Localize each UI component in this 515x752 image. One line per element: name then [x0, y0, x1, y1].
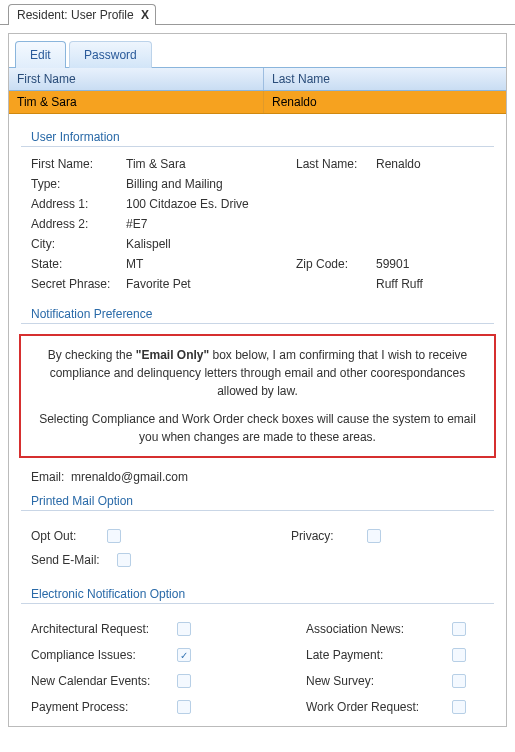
secret-question: Favorite Pet	[126, 277, 296, 291]
state-label: State:	[31, 257, 126, 271]
privacy-label: Privacy:	[291, 529, 361, 543]
section-printed-mail: Printed Mail Option	[21, 494, 494, 511]
survey-label: New Survey:	[306, 674, 446, 688]
payment-label: Payment Process:	[31, 700, 171, 714]
addr1-value: 100 Citdazoe Es. Drive	[126, 197, 296, 211]
compliance-label: Compliance Issues:	[31, 648, 171, 662]
tab-password[interactable]: Password	[69, 41, 152, 68]
section-notif-pref: Notification Preference	[21, 307, 494, 324]
work-order-checkbox[interactable]	[452, 700, 466, 714]
secret-answer: Ruff Ruff	[376, 277, 496, 291]
window-tab[interactable]: Resident: User Profile X	[8, 4, 156, 25]
state-value: MT	[126, 257, 296, 271]
work-order-label: Work Order Request:	[306, 700, 446, 714]
grid-header-first[interactable]: First Name	[9, 68, 264, 90]
assoc-news-label: Association News:	[306, 622, 446, 636]
city-label: City:	[31, 237, 126, 251]
notice-text-3: Selecting Compliance and Work Order chec…	[37, 410, 478, 446]
calendar-checkbox[interactable]	[177, 674, 191, 688]
first-name-label: First Name:	[31, 157, 126, 171]
email-value: mrenaldo@gmail.com	[71, 470, 188, 484]
addr2-label: Address 2:	[31, 217, 126, 231]
type-label: Type:	[31, 177, 126, 191]
secret-label: Secret Phrase:	[31, 277, 126, 291]
opt-out-checkbox[interactable]	[107, 529, 121, 543]
city-value: Kalispell	[126, 237, 296, 251]
first-name-value: Tim & Sara	[126, 157, 296, 171]
privacy-checkbox[interactable]	[367, 529, 381, 543]
survey-checkbox[interactable]	[452, 674, 466, 688]
compliance-checkbox[interactable]: ✓	[177, 648, 191, 662]
grid-cell-last: Renaldo	[264, 91, 506, 113]
section-user-info: User Information	[21, 130, 494, 147]
assoc-news-checkbox[interactable]	[452, 622, 466, 636]
grid-cell-first: Tim & Sara	[9, 91, 264, 113]
section-electronic: Electronic Notification Option	[21, 587, 494, 604]
close-icon[interactable]: X	[141, 8, 149, 22]
tab-edit[interactable]: Edit	[15, 41, 66, 68]
late-pay-checkbox[interactable]	[452, 648, 466, 662]
arch-req-label: Architectural Request:	[31, 622, 171, 636]
send-email-checkbox[interactable]	[117, 553, 131, 567]
addr1-label: Address 1:	[31, 197, 126, 211]
notice-box: By checking the "Email Only" box below, …	[19, 334, 496, 458]
calendar-label: New Calendar Events:	[31, 674, 171, 688]
window-tab-title: Resident: User Profile	[17, 8, 134, 22]
notice-text-1: By checking the	[48, 348, 136, 362]
grid-header: First Name Last Name	[9, 67, 506, 91]
type-value: Billing and Mailing	[126, 177, 296, 191]
opt-out-label: Opt Out:	[31, 529, 101, 543]
grid-header-last[interactable]: Last Name	[264, 68, 506, 90]
last-name-value: Renaldo	[376, 157, 496, 171]
payment-checkbox[interactable]	[177, 700, 191, 714]
arch-req-checkbox[interactable]	[177, 622, 191, 636]
zip-value: 59901	[376, 257, 496, 271]
last-name-label: Last Name:	[296, 157, 376, 171]
notice-email-only: "Email Only"	[136, 348, 209, 362]
email-label: Email:	[31, 470, 64, 484]
send-email-label: Send E-Mail:	[31, 553, 111, 567]
late-pay-label: Late Payment:	[306, 648, 446, 662]
grid-row[interactable]: Tim & Sara Renaldo	[9, 91, 506, 114]
zip-label: Zip Code:	[296, 257, 376, 271]
addr2-value: #E7	[126, 217, 296, 231]
